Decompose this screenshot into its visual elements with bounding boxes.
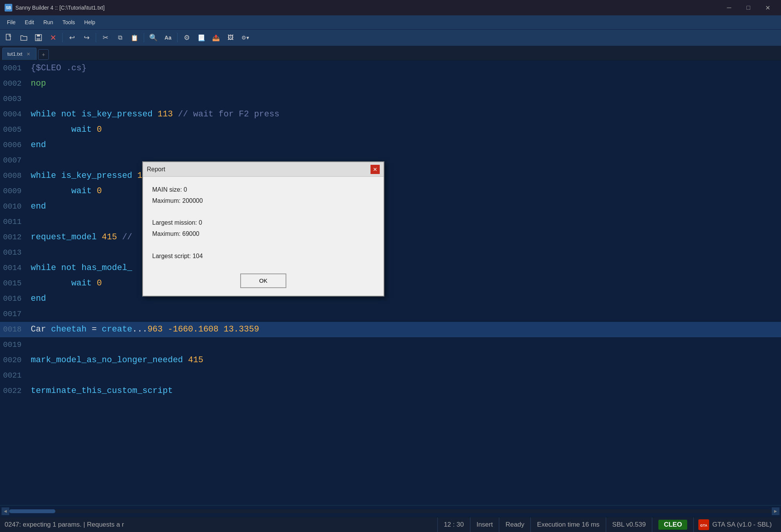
report-dialog: Report ✕ MAIN size: 0 Maximum: 200000 La… [142, 161, 384, 297]
ok-button[interactable]: OK [240, 273, 286, 288]
dialog-line-5: Maximum: 69000 [152, 229, 374, 240]
dialog-close-button[interactable]: ✕ [371, 165, 380, 174]
dialog-body: MAIN size: 0 Maximum: 200000 Largest mis… [143, 177, 384, 270]
dialog-line-1: MAIN size: 0 [152, 184, 374, 196]
dialog-overlay: Report ✕ MAIN size: 0 Maximum: 200000 La… [0, 0, 781, 532]
dialog-line-4: Largest mission: 0 [152, 217, 374, 229]
dialog-titlebar: Report ✕ [143, 162, 384, 177]
dialog-line-6 [152, 240, 374, 251]
dialog-line-3 [152, 207, 374, 218]
dialog-footer: OK [143, 270, 384, 296]
dialog-line-7: Largest script: 104 [152, 251, 374, 262]
dialog-line-2: Maximum: 200000 [152, 196, 374, 207]
dialog-title: Report [147, 166, 165, 173]
